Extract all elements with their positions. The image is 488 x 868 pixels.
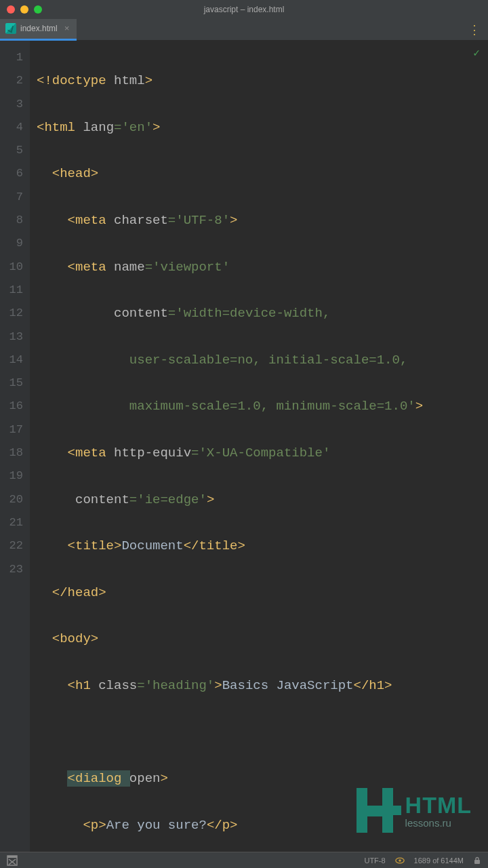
inspection-eye-icon[interactable] xyxy=(395,856,405,865)
window-close-button[interactable] xyxy=(7,5,15,14)
html-file-icon xyxy=(5,23,16,34)
status-bar: UTF-8 1689 of 6144M xyxy=(0,852,488,868)
svg-rect-1 xyxy=(7,856,17,858)
inspection-ok-icon[interactable]: ✓ xyxy=(473,46,480,60)
window-maximize-button[interactable] xyxy=(34,5,42,14)
more-options-icon[interactable]: ⋮ xyxy=(460,22,488,37)
editor-tab-bar: index.html × ⋮ xyxy=(0,19,488,41)
close-icon[interactable]: × xyxy=(64,24,70,34)
watermark-subtitle: lessons.ru xyxy=(405,817,472,829)
window-titlebar: javascript – index.html xyxy=(0,0,488,19)
code-area[interactable]: <!doctype html> <html lang='en'> <head> … xyxy=(30,41,488,852)
tool-window-icon[interactable] xyxy=(7,855,18,866)
status-encoding[interactable]: UTF-8 xyxy=(364,856,385,865)
watermark-logo: HTML lessons.ru xyxy=(352,788,472,833)
tab-label: index.html xyxy=(20,24,58,33)
lock-icon[interactable] xyxy=(473,856,481,865)
h-logo-icon xyxy=(352,788,397,833)
window-title: javascript – index.html xyxy=(204,5,285,14)
window-minimize-button[interactable] xyxy=(20,5,28,14)
tab-index-html[interactable]: index.html × xyxy=(0,19,77,41)
code-editor[interactable]: ✓ 123 456 789 101112 131415 161718 19202… xyxy=(0,41,488,852)
svg-rect-6 xyxy=(474,860,480,864)
svg-point-5 xyxy=(399,859,401,862)
watermark-title: HTML xyxy=(405,792,472,818)
status-memory[interactable]: 1689 of 6144M xyxy=(414,856,464,865)
line-number-gutter: 123 456 789 101112 131415 161718 192021 … xyxy=(0,41,30,852)
